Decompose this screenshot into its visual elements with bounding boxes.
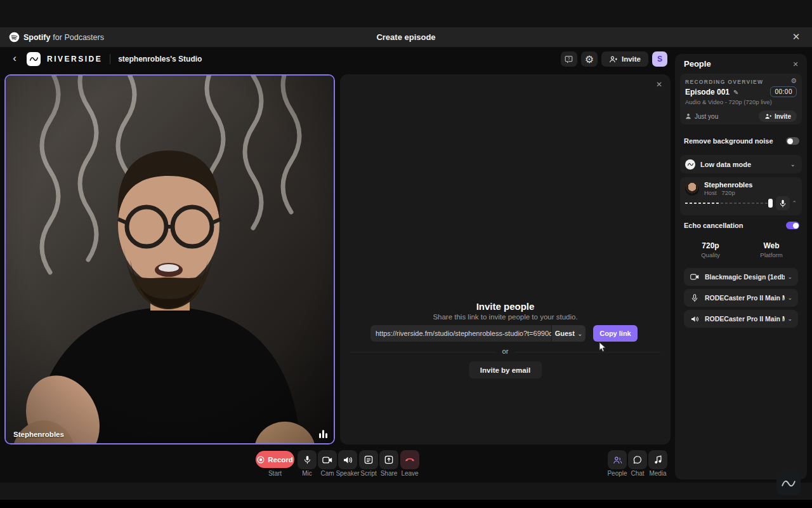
copy-link-button[interactable]: Copy link xyxy=(593,325,638,342)
chevron-down-icon: ⌄ xyxy=(790,161,796,168)
help-bubble-icon: ? xyxy=(565,55,573,64)
chat-button[interactable] xyxy=(628,450,647,469)
quality-stat: 720p Quality xyxy=(680,241,741,258)
people-toggle-button[interactable] xyxy=(608,450,627,469)
music-note-icon xyxy=(654,455,662,464)
media-label: Media xyxy=(644,470,672,477)
chevron-down-icon: ⌄ xyxy=(787,316,792,322)
just-you-label: Just you xyxy=(685,113,718,120)
camera-icon xyxy=(322,457,332,464)
participants-row: Just you Invite xyxy=(685,110,797,122)
platform-stat: Web Platform xyxy=(741,241,802,258)
host-mic-button[interactable] xyxy=(776,196,790,210)
invite-button-panel[interactable]: Invite xyxy=(759,110,797,122)
speaker-icon xyxy=(690,316,700,323)
close-icon[interactable]: ✕ xyxy=(789,30,803,44)
chevron-down-icon: ⌄ xyxy=(787,274,792,280)
people-panel-title: People xyxy=(684,59,711,69)
people-sidebar: People ✕ RECORDING OVERVIEW ⚙ Episode 00… xyxy=(675,54,807,479)
edit-episode-icon[interactable]: ✎ xyxy=(733,89,738,96)
create-episode-title: Create episode xyxy=(0,32,812,42)
remove-noise-toggle[interactable] xyxy=(786,137,799,145)
person-add-icon xyxy=(764,113,772,119)
settings-button[interactable]: ⚙ xyxy=(581,51,598,67)
mouse-cursor xyxy=(599,342,606,352)
session-stats: 720p Quality Web Platform xyxy=(680,241,802,258)
volume-slider-fill xyxy=(685,203,721,204)
local-video-tile[interactable]: Stephenrobles xyxy=(4,74,335,444)
share-screen-icon xyxy=(384,455,393,464)
low-data-icon xyxy=(685,159,695,170)
invite-button-top[interactable]: Invite xyxy=(601,51,648,67)
host-name: Stephenrobles xyxy=(704,181,752,189)
invite-button-label: Invite xyxy=(622,55,641,63)
media-button[interactable] xyxy=(648,450,667,469)
leave-label: Leave xyxy=(396,470,424,477)
invite-people-panel: ✕ Invite people Share this link to invit… xyxy=(340,74,671,444)
help-button[interactable]: ? xyxy=(561,51,577,67)
recording-timer: 00:00 xyxy=(770,86,797,97)
script-button[interactable] xyxy=(359,450,378,469)
echo-cancellation-row: Echo cancellation xyxy=(684,222,799,229)
invite-people-subtitle: Share this link to invite people to your… xyxy=(340,313,671,321)
episode-name: Episode 001 ✎ xyxy=(685,88,738,97)
close-icon[interactable]: ✕ xyxy=(790,59,801,69)
back-button[interactable]: ‹ xyxy=(6,51,23,67)
record-sub-label: Start xyxy=(256,470,294,477)
close-icon[interactable]: ✕ xyxy=(654,79,664,90)
recording-format: Audio & Video - 720p (720p live) xyxy=(685,98,772,105)
record-icon xyxy=(257,456,265,464)
mic-icon xyxy=(690,294,700,302)
leave-button[interactable] xyxy=(400,450,419,469)
people-icon xyxy=(613,456,622,464)
speaker-device-dropdown[interactable]: RODECaster Pro II Main M... ⌄ xyxy=(684,310,798,328)
invite-by-email-button[interactable]: Invite by email xyxy=(469,361,542,378)
chevron-down-icon: ⌄ xyxy=(787,295,792,301)
host-avatar xyxy=(685,182,699,196)
gear-icon[interactable]: ⚙ xyxy=(790,77,797,85)
riverside-corner-logo xyxy=(776,471,801,495)
mic-button[interactable] xyxy=(298,450,317,469)
chevron-up-icon[interactable]: ⌃ xyxy=(792,200,797,206)
svg-text:?: ? xyxy=(568,57,570,61)
mic-icon xyxy=(780,199,786,208)
spotify-header-bar: Spotify for Podcasters Create episode ✕ xyxy=(0,27,812,47)
share-button[interactable] xyxy=(379,450,398,469)
record-button[interactable]: Record xyxy=(256,451,294,468)
speaker-icon xyxy=(343,456,353,464)
volume-slider-knob[interactable] xyxy=(768,199,773,208)
navbar-divider xyxy=(110,54,110,64)
remove-noise-label: Remove background noise xyxy=(684,137,773,145)
camera-device-dropdown[interactable]: Blackmagic Design (1edb:... ⌄ xyxy=(684,268,798,286)
gear-icon: ⚙ xyxy=(585,53,594,65)
host-participant-card: Stephenrobles Host720p ⌃ xyxy=(680,177,802,215)
invite-link-row: https://riverside.fm/studio/stephenroble… xyxy=(370,325,640,342)
video-feed xyxy=(6,76,335,444)
low-data-mode-card[interactable]: Low data mode ⌄ xyxy=(680,155,802,173)
riverside-wordmark: RIVERSIDE xyxy=(47,55,102,64)
person-add-icon xyxy=(609,56,618,63)
or-label: or xyxy=(340,347,671,355)
top-black-strip xyxy=(0,0,812,27)
role-dropdown[interactable]: Guest ⌄ xyxy=(551,325,586,342)
riverside-logo xyxy=(27,52,41,66)
person-icon xyxy=(685,113,691,119)
invite-link-field[interactable]: https://riverside.fm/studio/stephenroble… xyxy=(370,325,551,342)
phone-hangup-icon xyxy=(405,457,415,462)
low-data-label: Low data mode xyxy=(700,161,751,168)
recording-overview-card: RECORDING OVERVIEW ⚙ Episode 001 ✎ 00:00… xyxy=(680,74,802,124)
navbar-actions: ? ⚙ Invite S xyxy=(561,51,667,67)
invite-people-title: Invite people xyxy=(340,301,671,312)
mic-device-dropdown[interactable]: RODECaster Pro II Main M... ⌄ xyxy=(684,289,798,307)
studio-name: stephenrobles's Studio xyxy=(118,55,202,64)
speaker-button[interactable] xyxy=(338,450,357,469)
riverside-studio-app: Spotify for Podcasters Create episode ✕ … xyxy=(0,0,812,508)
user-avatar[interactable]: S xyxy=(652,51,667,67)
recording-overview-label: RECORDING OVERVIEW xyxy=(685,79,763,85)
cam-button[interactable] xyxy=(318,450,337,469)
bottom-black-strip xyxy=(0,500,812,508)
chevron-down-icon: ⌄ xyxy=(577,330,582,337)
camera-icon xyxy=(690,274,700,280)
echo-cancellation-toggle[interactable] xyxy=(786,222,799,229)
echo-cancellation-label: Echo cancellation xyxy=(684,222,743,229)
